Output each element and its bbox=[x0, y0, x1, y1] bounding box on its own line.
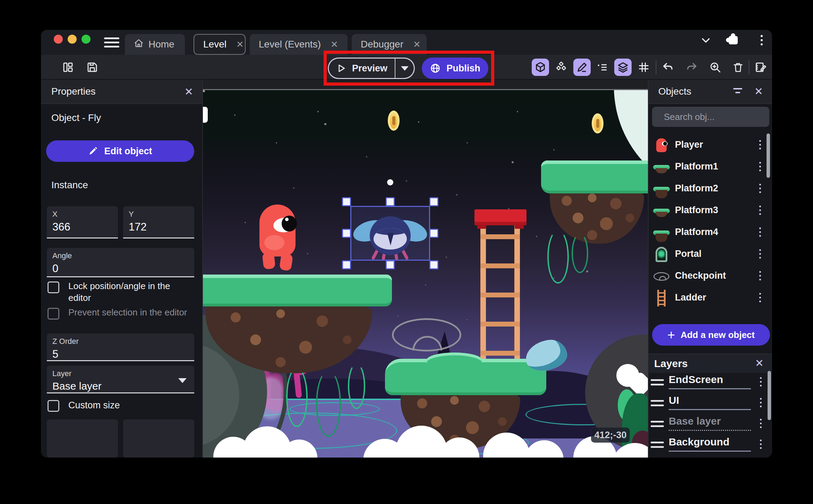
drag-handle-icon[interactable] bbox=[651, 442, 664, 448]
search-input[interactable] bbox=[664, 112, 772, 122]
more-options-icon[interactable] bbox=[753, 32, 770, 49]
tab-home[interactable]: Home bbox=[125, 34, 185, 55]
y-position-field[interactable]: Y 172 bbox=[123, 206, 194, 238]
layer-row-background[interactable]: Background bbox=[649, 435, 772, 455]
resize-handle-nw[interactable] bbox=[342, 197, 351, 206]
close-tab-icon[interactable]: ✕ bbox=[236, 39, 244, 50]
prevent-selection-row[interactable]: Prevent selection in the editor bbox=[48, 306, 190, 320]
layer-row-endscreen[interactable]: EndScreen bbox=[649, 373, 772, 393]
object-menu-icon[interactable] bbox=[759, 162, 761, 171]
tab-debugger[interactable]: Debugger ✕ bbox=[352, 34, 427, 55]
platform-sprite[interactable] bbox=[541, 160, 648, 299]
resize-handle-ne[interactable] bbox=[429, 197, 438, 206]
drag-handle-icon[interactable] bbox=[651, 379, 664, 385]
close-window-button[interactable] bbox=[54, 35, 63, 44]
coin-sprite[interactable] bbox=[388, 111, 400, 131]
resize-handle-s[interactable] bbox=[386, 260, 395, 269]
filter-icon[interactable] bbox=[733, 88, 742, 93]
layer-row-ui[interactable]: UI bbox=[649, 394, 772, 414]
preview-dropdown-button[interactable] bbox=[395, 58, 415, 79]
close-icon[interactable]: ✕ bbox=[754, 85, 763, 97]
menu-icon[interactable] bbox=[104, 35, 120, 49]
maximize-window-button[interactable] bbox=[82, 35, 91, 44]
layer-menu-icon[interactable] bbox=[760, 398, 762, 407]
objects-scrollbar[interactable] bbox=[767, 133, 770, 178]
lock-position-row[interactable]: Lock position/angle in the editor bbox=[48, 280, 190, 304]
object-row-player[interactable]: Player bbox=[649, 134, 772, 156]
chevron-down-icon[interactable] bbox=[698, 32, 714, 49]
edit-scene-events-icon[interactable] bbox=[753, 60, 769, 75]
grid-icon[interactable] bbox=[636, 60, 651, 75]
publish-button[interactable]: Publish bbox=[422, 58, 488, 79]
scene-editor-canvas[interactable]: 412;-30 bbox=[203, 80, 648, 458]
layer-select[interactable]: Layer Base layer bbox=[47, 366, 194, 393]
layer-menu-icon[interactable] bbox=[760, 419, 762, 428]
object-row-ladder[interactable]: Ladder bbox=[649, 287, 772, 309]
minimize-window-button[interactable] bbox=[68, 35, 77, 44]
prevent-selection-checkbox[interactable] bbox=[48, 308, 59, 320]
zoom-in-icon[interactable] bbox=[708, 60, 723, 75]
undo-icon[interactable] bbox=[660, 60, 676, 75]
close-icon[interactable]: ✕ bbox=[185, 86, 193, 98]
edit-mode-pencil-icon[interactable] bbox=[573, 59, 591, 76]
object-groups-icon[interactable] bbox=[554, 60, 569, 75]
object-menu-icon[interactable] bbox=[759, 293, 761, 302]
selection-box[interactable] bbox=[350, 206, 430, 261]
objects-panel-toggle-icon[interactable] bbox=[532, 59, 549, 76]
object-row-platform2[interactable]: Platform2 bbox=[649, 178, 772, 200]
checkpoint-sprite[interactable] bbox=[392, 318, 461, 351]
width-field[interactable] bbox=[47, 419, 118, 458]
resize-handle-se[interactable] bbox=[429, 260, 438, 269]
trash-icon[interactable] bbox=[730, 60, 746, 75]
tab-level-events[interactable]: Level (Events) ✕ bbox=[250, 34, 348, 55]
extensions-puzzle-icon[interactable] bbox=[725, 32, 742, 49]
layer-name[interactable]: EndScreen bbox=[669, 374, 751, 389]
layer-name[interactable]: UI bbox=[669, 394, 751, 410]
layers-panel-icon[interactable] bbox=[614, 59, 632, 76]
custom-size-row[interactable]: Custom size bbox=[48, 399, 190, 412]
object-menu-icon[interactable] bbox=[759, 227, 761, 237]
lock-position-checkbox[interactable] bbox=[48, 281, 59, 293]
object-menu-icon[interactable] bbox=[759, 249, 761, 259]
object-row-platform3[interactable]: Platform3 bbox=[649, 200, 772, 222]
object-menu-icon[interactable] bbox=[759, 271, 761, 280]
tab-level[interactable]: Level ✕ bbox=[194, 34, 246, 55]
save-icon[interactable] bbox=[85, 60, 100, 75]
layer-menu-icon[interactable] bbox=[760, 440, 762, 449]
coin-sprite[interactable] bbox=[592, 113, 604, 133]
resize-handle-n[interactable] bbox=[386, 197, 395, 206]
close-icon[interactable]: ✕ bbox=[755, 357, 764, 369]
resize-handle-e[interactable] bbox=[429, 229, 438, 238]
angle-field[interactable]: Angle 0 bbox=[47, 248, 194, 277]
close-tab-icon[interactable]: ✕ bbox=[413, 39, 421, 50]
rotation-handle[interactable] bbox=[387, 179, 393, 185]
object-row-platform4[interactable]: Platform4 bbox=[649, 222, 772, 244]
object-row-checkpoint[interactable]: Checkpoint bbox=[649, 266, 772, 287]
layer-row-base-layer[interactable]: Base layer bbox=[649, 415, 772, 435]
resize-handle-w[interactable] bbox=[342, 229, 351, 238]
ladder-sprite[interactable] bbox=[474, 209, 527, 370]
layer-name[interactable]: Base layer bbox=[669, 415, 751, 431]
resize-handle-sw[interactable] bbox=[342, 260, 351, 269]
open-project-manager-icon[interactable] bbox=[60, 60, 76, 75]
close-tab-icon[interactable]: ✕ bbox=[331, 39, 338, 50]
add-new-object-button[interactable]: + Add a new object bbox=[652, 324, 770, 346]
platform-sprite[interactable] bbox=[203, 275, 392, 413]
drag-handle-icon[interactable] bbox=[651, 421, 664, 427]
object-row-platform1[interactable]: Platform1 bbox=[649, 156, 772, 178]
layer-menu-icon[interactable] bbox=[760, 377, 762, 386]
object-menu-icon[interactable] bbox=[759, 140, 761, 149]
preview-button[interactable]: Preview bbox=[328, 58, 395, 79]
object-row-portal[interactable]: Portal bbox=[649, 244, 772, 266]
redo-icon[interactable] bbox=[684, 60, 699, 75]
layer-name[interactable]: Background bbox=[669, 436, 751, 452]
x-position-field[interactable]: X 366 bbox=[47, 206, 118, 238]
custom-size-checkbox[interactable] bbox=[48, 400, 59, 412]
object-menu-icon[interactable] bbox=[759, 184, 761, 193]
height-field[interactable] bbox=[123, 419, 194, 458]
object-menu-icon[interactable] bbox=[759, 206, 761, 215]
z-order-field[interactable]: Z Order 5 bbox=[47, 333, 194, 361]
instances-list-icon[interactable] bbox=[595, 60, 610, 75]
layers-scrollbar[interactable] bbox=[768, 371, 771, 420]
player-sprite[interactable] bbox=[259, 205, 298, 270]
